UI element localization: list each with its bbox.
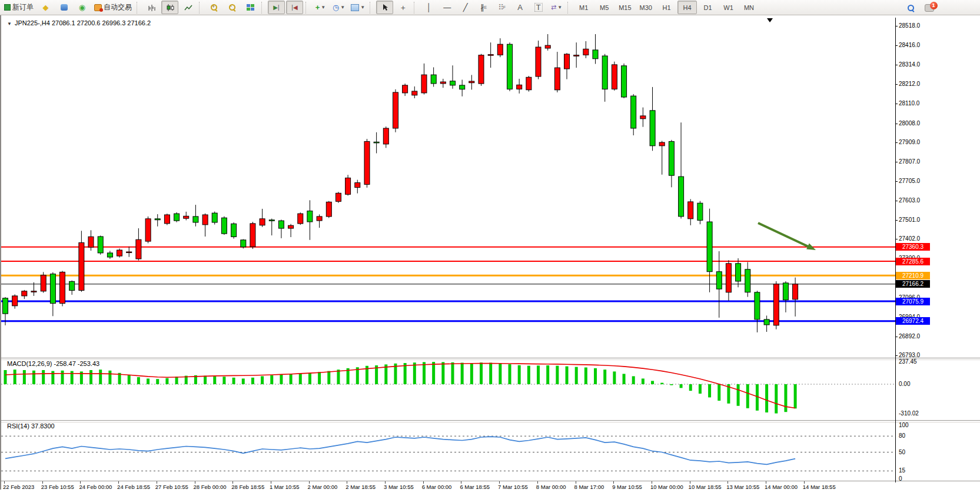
chart-window: ▼JPN225-,H4 27086.1 27200.6 26996.3 2716…: [0, 15, 980, 490]
signals-button[interactable]: ◉: [74, 1, 91, 14]
candle-body: [31, 291, 36, 292]
candle-body: [536, 47, 541, 76]
rsi-line: [5, 437, 795, 464]
indicators-button[interactable]: +▼: [312, 1, 329, 14]
macd-pane[interactable]: [1, 359, 895, 420]
auto-trading-button[interactable]: 自动交易: [92, 1, 134, 14]
price-level-tag: 26972.4: [896, 317, 930, 325]
trendline-icon: ╱: [463, 4, 468, 11]
candle-body: [346, 178, 351, 194]
auto-scroll-button[interactable]: ▶|: [268, 1, 285, 14]
time-axis-label: 9 Mar 10:55: [612, 484, 642, 490]
candle-body: [79, 242, 84, 290]
candle-body: [612, 65, 617, 89]
profiles-button[interactable]: ◆: [37, 1, 54, 14]
search-button[interactable]: [902, 1, 919, 15]
candle-body: [145, 219, 151, 241]
signals-icon: ◉: [79, 4, 85, 11]
price-tick: [895, 201, 898, 201]
horizontal-line-tool-button[interactable]: —: [438, 1, 456, 14]
chart-shift-marker-icon[interactable]: [767, 18, 773, 22]
crosshair-tool-button[interactable]: ＋: [394, 1, 411, 14]
candle-body: [374, 142, 379, 143]
chevron-down-icon: ▼: [360, 5, 365, 10]
market-watch-button[interactable]: [55, 1, 72, 14]
timeframe-h4[interactable]: H4: [677, 1, 697, 14]
fibonacci-icon: ⠿: [498, 4, 503, 11]
tile-windows-button[interactable]: [242, 1, 259, 14]
toolbar-right-group: 1: [902, 0, 938, 15]
zoom-out-button[interactable]: -: [224, 1, 241, 14]
templates-button[interactable]: ▼: [348, 1, 367, 14]
candle-body: [726, 264, 731, 292]
fibonacci-letter: F: [503, 5, 506, 9]
price-tick: [895, 65, 898, 65]
toolbar-separator: [305, 2, 310, 14]
timeframe-m15[interactable]: M15: [615, 1, 634, 14]
chevron-down-icon: ▼: [557, 5, 562, 10]
timeframe-h1[interactable]: H1: [657, 1, 676, 14]
bar-chart-icon: [148, 4, 156, 12]
candle-body: [640, 116, 646, 119]
candle-body: [554, 68, 560, 90]
cursor-icon: [381, 4, 388, 11]
candle-body: [69, 281, 75, 290]
timeframe-m5[interactable]: M5: [594, 1, 614, 14]
price-tick-label: 26892.0: [899, 333, 920, 339]
candle-body: [364, 141, 370, 184]
time-axis-label: 3 Mar 10:55: [384, 484, 414, 490]
price-tick: [895, 124, 898, 124]
bar-chart-mode-button[interactable]: [143, 1, 160, 14]
zoom-in-button[interactable]: +: [205, 1, 222, 14]
fibonacci-tool-button[interactable]: ⠿F: [493, 1, 510, 14]
candle-body: [298, 214, 303, 224]
candle-body: [260, 219, 265, 225]
price-tick: [895, 162, 898, 162]
time-axis[interactable]: 22 Feb 202323 Feb 10:5524 Feb 00:0024 Fe…: [1, 482, 980, 490]
periods-button[interactable]: ◷▼: [330, 1, 347, 14]
collapse-icon[interactable]: ▼: [7, 21, 12, 26]
arrows-tool-button[interactable]: ⇄▼: [548, 1, 565, 14]
price-chart-pane[interactable]: [1, 15, 895, 358]
trend-arrow-annotation[interactable]: [758, 223, 810, 248]
trendline-tool-button[interactable]: ╱: [457, 1, 474, 14]
line-chart-mode-button[interactable]: [180, 1, 197, 14]
price-tick: [895, 84, 898, 85]
candle-body: [50, 274, 55, 304]
candle-body: [193, 217, 198, 222]
candle-body: [497, 44, 503, 55]
candle-body: [507, 44, 513, 89]
new-order-button[interactable]: 新订单: [2, 1, 36, 14]
candle-body: [403, 85, 408, 93]
notifications-button[interactable]: 1: [921, 1, 938, 15]
candlestick-mode-button[interactable]: [161, 1, 178, 14]
channel-tool-button[interactable]: ∦E: [475, 1, 492, 14]
mt4-window: 新订单 ◆ ◉ 自动交易 +: [0, 0, 980, 496]
timeframe-m1[interactable]: M1: [574, 1, 593, 14]
time-axis-label: 8 Mar 17:00: [574, 484, 604, 490]
candle-body: [41, 275, 46, 291]
time-axis-label: 13 Mar 10:55: [726, 484, 759, 490]
candle-body: [307, 211, 313, 222]
timeframe-w1[interactable]: W1: [719, 1, 738, 14]
timeframe-mn[interactable]: MN: [739, 1, 759, 14]
timeframe-d1[interactable]: D1: [698, 1, 717, 14]
price-tick-label: 28518.0: [899, 22, 920, 29]
macd-axis-label: -310.02: [899, 410, 919, 417]
chart-shift-button[interactable]: |◀: [286, 1, 303, 14]
timeframe-m30[interactable]: M30: [636, 1, 656, 14]
market-watch-icon: [61, 4, 68, 11]
toolbar-separator: [137, 2, 141, 14]
time-axis-label: 22 Feb 2023: [3, 484, 34, 490]
price-tick: [895, 26, 898, 26]
rsi-pane[interactable]: [1, 421, 895, 481]
cursor-tool-button[interactable]: [376, 1, 393, 14]
label-tool-button[interactable]: T: [530, 1, 547, 14]
toolbar-separator: [261, 2, 265, 14]
candle-body: [783, 283, 788, 300]
price-level-tag: 27166.2: [896, 280, 930, 288]
time-axis-label: 28 Feb 18:55: [231, 484, 264, 490]
text-tool-button[interactable]: A: [511, 1, 529, 14]
vertical-line-tool-button[interactable]: │: [420, 1, 437, 14]
line-chart-icon: [184, 4, 192, 12]
